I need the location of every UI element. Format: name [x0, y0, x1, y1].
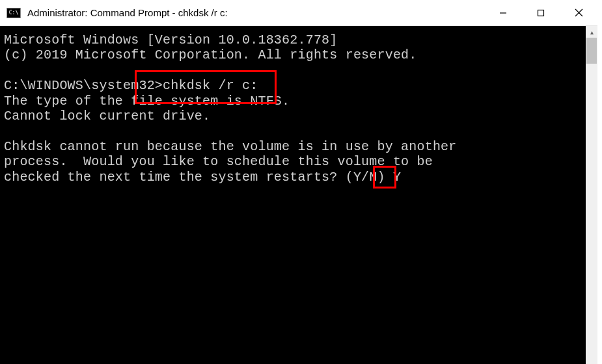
terminal-line: Microsoft Windows [Version 10.0.18362.77…	[4, 32, 337, 47]
close-button[interactable]	[560, 0, 597, 25]
svg-rect-1	[538, 10, 544, 16]
terminal-line: process. Would you like to schedule this…	[4, 154, 433, 169]
titlebar-text: Administrator: Command Prompt - chkdsk /…	[27, 7, 484, 18]
shell-prompt: C:\WINDOWS\system32>	[4, 78, 163, 93]
scroll-thumb[interactable]	[586, 38, 597, 64]
vertical-scrollbar[interactable]: ▴	[586, 26, 597, 364]
terminal-line: checked the next time the system restart…	[4, 170, 393, 185]
window-controls	[484, 0, 597, 25]
user-input[interactable]: Y	[393, 170, 401, 185]
terminal-line: The type of the file system is NTFS.	[4, 94, 290, 109]
terminal-line: Chkdsk cannot run because the volume is …	[4, 139, 457, 154]
terminal-line: (c) 2019 Microsoft Corporation. All righ…	[4, 47, 417, 62]
command-prompt-window: C:\ Administrator: Command Prompt - chkd…	[0, 0, 597, 364]
typed-command: chkdsk /r c:	[163, 78, 258, 93]
scroll-up-button[interactable]: ▴	[586, 26, 597, 38]
cmd-icon: C:\	[7, 8, 21, 18]
titlebar[interactable]: C:\ Administrator: Command Prompt - chkd…	[0, 0, 597, 26]
minimize-button[interactable]	[484, 0, 522, 25]
maximize-button[interactable]	[522, 0, 560, 25]
page-edge	[597, 0, 602, 364]
terminal-line: Cannot lock current drive.	[4, 109, 210, 124]
terminal-area[interactable]: Microsoft Windows [Version 10.0.18362.77…	[0, 26, 597, 191]
